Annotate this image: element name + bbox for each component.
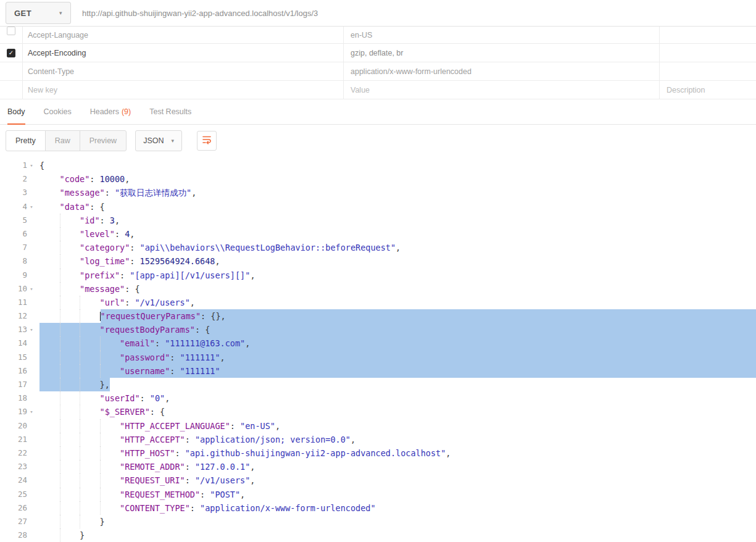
header-key-cell[interactable]: Content-Type (23, 62, 344, 80)
header-value-cell[interactable]: Value (344, 81, 660, 99)
line-gutter: 18 (0, 391, 36, 405)
response-tabs: BodyCookiesHeaders(9)Test Results (0, 99, 756, 125)
response-body-editor[interactable]: 1▾{2 "code": 10000,3 "message": "获取日志详情成… (0, 157, 756, 542)
code-line-4[interactable]: 4▾ "data": { (0, 200, 756, 214)
code-line-26[interactable]: 26 "CONTENT_TYPE": "application/x-www-fo… (0, 501, 756, 515)
header-checkbox[interactable]: ✓ (7, 49, 15, 57)
header-row[interactable]: New keyValueDescription (0, 81, 756, 99)
code-line-24[interactable]: 24 "REQUEST_URI": "/v1/users", (0, 473, 756, 487)
line-number: 3 (0, 186, 27, 199)
code-line-5[interactable]: 5 "id": 3, (0, 214, 756, 227)
code-line-13[interactable]: 13▾ "requestBodyParams": { (0, 323, 756, 336)
line-number: 7 (0, 241, 27, 254)
line-gutter: 22 (0, 446, 36, 460)
fold-spacer (27, 336, 36, 350)
line-number: 6 (0, 227, 27, 241)
code-text: "code": 10000, (36, 172, 756, 186)
code-line-10[interactable]: 10▾ "message": { (0, 282, 756, 296)
code-text: "id": 3, (36, 214, 756, 227)
checkbox-cell (0, 27, 23, 43)
line-gutter: 10▾ (0, 282, 36, 296)
fold-toggle-icon[interactable]: ▾ (27, 282, 36, 296)
code-line-28[interactable]: 28 } (0, 528, 756, 542)
line-number: 11 (0, 296, 27, 309)
code-line-2[interactable]: 2 "code": 10000, (0, 172, 756, 186)
tab-body[interactable]: Body (7, 99, 25, 124)
line-gutter: 25 (0, 488, 36, 501)
header-key-cell[interactable]: Accept-Language (23, 27, 344, 43)
tab-test-results[interactable]: Test Results (149, 99, 191, 124)
view-mode-pretty[interactable]: Pretty (6, 130, 46, 151)
code-line-12[interactable]: 12 "requestQueryParams": {}, (0, 309, 756, 323)
line-number: 22 (0, 446, 27, 460)
line-gutter: 4▾ (0, 200, 36, 214)
code-text: "password": "111111", (36, 351, 756, 364)
wrap-text-button[interactable] (197, 131, 217, 151)
fold-spacer (27, 269, 36, 282)
code-line-11[interactable]: 11 "url": "/v1/users", (0, 296, 756, 309)
line-number: 18 (0, 391, 27, 405)
view-mode-preview[interactable]: Preview (80, 130, 127, 151)
code-line-15[interactable]: 15 "password": "111111", (0, 351, 756, 364)
code-text: "REMOTE_ADDR": "127.0.0.1", (36, 460, 756, 473)
url-input[interactable]: http://api.github-shuijingwan-yii2-app-a… (82, 9, 756, 18)
header-row[interactable]: Accept-Languageen-US (0, 27, 756, 44)
fold-toggle-icon[interactable]: ▾ (27, 323, 36, 336)
code-line-16[interactable]: 16 "username": "111111" (0, 364, 756, 378)
code-line-18[interactable]: 18 "userId": "0", (0, 391, 756, 405)
line-gutter: 27 (0, 515, 36, 528)
code-line-23[interactable]: 23 "REMOTE_ADDR": "127.0.0.1", (0, 460, 756, 473)
code-text: "message": { (36, 282, 756, 296)
code-line-17[interactable]: 17 }, (0, 378, 756, 391)
code-line-3[interactable]: 3 "message": "获取日志详情成功", (0, 186, 756, 199)
code-text: "HTTP_HOST": "api.github-shuijingwan-yii… (36, 446, 756, 460)
header-key-cell[interactable]: New key (23, 81, 344, 99)
format-dropdown[interactable]: JSON ▾ (135, 130, 182, 151)
header-value-cell[interactable]: application/x-www-form-urlencoded (344, 62, 660, 80)
view-mode-group: PrettyRawPreview (6, 130, 127, 151)
tab-cookies[interactable]: Cookies (44, 99, 72, 124)
line-gutter: 21 (0, 433, 36, 446)
code-line-19[interactable]: 19▾ "$_SERVER": { (0, 405, 756, 419)
code-line-25[interactable]: 25 "REQUEST_METHOD": "POST", (0, 488, 756, 501)
code-line-22[interactable]: 22 "HTTP_HOST": "api.github-shuijingwan-… (0, 446, 756, 460)
code-line-6[interactable]: 6 "level": 4, (0, 227, 756, 241)
tab-label: Body (7, 107, 25, 116)
line-gutter: 26 (0, 501, 36, 515)
code-line-9[interactable]: 9 "prefix": "[app-api][/v1/users][]", (0, 269, 756, 282)
fold-toggle-icon[interactable]: ▾ (27, 200, 36, 214)
code-line-27[interactable]: 27 } (0, 515, 756, 528)
fold-spacer (27, 172, 36, 186)
header-description-cell[interactable] (660, 27, 756, 43)
method-dropdown[interactable]: GET ▾ (6, 2, 71, 24)
line-number: 1 (0, 159, 27, 172)
fold-spacer (27, 473, 36, 487)
code-line-8[interactable]: 8 "log_time": 1529564924.6648, (0, 254, 756, 268)
body-view-toolbar: PrettyRawPreview JSON ▾ (0, 125, 756, 157)
code-line-20[interactable]: 20 "HTTP_ACCEPT_LANGUAGE": "en-US", (0, 419, 756, 433)
tab-headers[interactable]: Headers(9) (90, 99, 131, 124)
header-value-cell[interactable]: gzip, deflate, br (344, 44, 660, 62)
header-row[interactable]: ✓Accept-Encodinggzip, deflate, br (0, 44, 756, 62)
code-line-7[interactable]: 7 "category": "api\\behaviors\\RequestLo… (0, 241, 756, 254)
header-row[interactable]: Content-Typeapplication/x-www-form-urlen… (0, 62, 756, 81)
code-line-21[interactable]: 21 "HTTP_ACCEPT": "application/json; ver… (0, 433, 756, 446)
header-description-cell[interactable] (660, 44, 756, 62)
fold-spacer (27, 254, 36, 268)
code-line-14[interactable]: 14 "email": "111111@163.com", (0, 336, 756, 350)
selection-fill (226, 309, 756, 323)
header-description-cell[interactable]: Description (660, 81, 756, 99)
tab-count-badge: (9) (122, 107, 131, 116)
fold-spacer (27, 419, 36, 433)
header-description-cell[interactable] (660, 62, 756, 80)
code-line-1[interactable]: 1▾{ (0, 159, 756, 172)
fold-toggle-icon[interactable]: ▾ (27, 159, 36, 172)
view-mode-raw[interactable]: Raw (45, 130, 80, 151)
line-gutter: 17 (0, 378, 36, 391)
checkbox-cell (0, 81, 23, 99)
fold-toggle-icon[interactable]: ▾ (27, 405, 36, 419)
header-value-cell[interactable]: en-US (344, 27, 660, 43)
header-key-cell[interactable]: Accept-Encoding (23, 44, 344, 62)
header-checkbox[interactable] (7, 27, 15, 35)
line-gutter: 13▾ (0, 323, 36, 336)
